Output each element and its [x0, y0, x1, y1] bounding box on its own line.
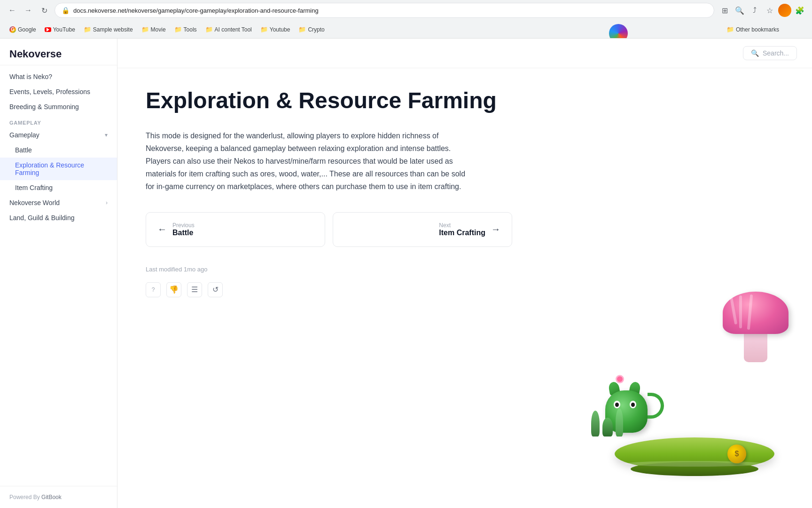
extensions-button[interactable]: ⊞	[718, 4, 731, 17]
platform-base: $	[615, 437, 774, 470]
bookmark-movie[interactable]: 📁 Movie	[138, 24, 170, 35]
firefox-icon[interactable]	[778, 4, 791, 17]
feedback-rating-btn[interactable]: ?	[146, 282, 161, 297]
bookmark-youtube-label: YouTube	[53, 26, 75, 33]
head-decoration	[617, 376, 623, 382]
mushroom	[723, 292, 789, 362]
chevron-right-icon: ›	[106, 199, 108, 206]
page-description: This mode is designed for the wanderlust…	[146, 129, 475, 193]
search-placeholder: Search...	[763, 49, 789, 57]
address-bar[interactable]: 🔒 docs.nekoverse.net/nekoverse/gameplay/…	[55, 3, 714, 18]
mushroom-cap	[723, 292, 789, 334]
bookmark-crypto-label: Crypto	[308, 26, 324, 33]
search-bar[interactable]: 🔍 Search...	[743, 46, 797, 60]
thumbs-down-button[interactable]: 👎	[166, 282, 181, 297]
main-layout: Nekoverse What is Neko? Events, Levels, …	[0, 39, 812, 508]
nav-card-next[interactable]: Next Item Crafting →	[333, 212, 512, 247]
bookmark-other-label: Other bookmarks	[736, 26, 779, 33]
browser-toolbar: ← → ↻ 🔒 docs.nekoverse.net/nekoverse/gam…	[0, 0, 812, 21]
grass-decoration	[591, 408, 623, 437]
mushroom-stem	[744, 334, 767, 362]
content-area[interactable]: 🔍 Search... Exploration & Resource Farmi…	[117, 39, 812, 325]
youtube-icon	[45, 27, 51, 32]
folder-icon-2: 📁	[141, 26, 149, 33]
search-icon: 🔍	[751, 49, 759, 57]
nav-next-title: Item Crafting	[439, 229, 485, 237]
bookmark-sample-label: Sample website	[93, 26, 133, 33]
refresh-feedback-button[interactable]: ↺	[208, 282, 223, 297]
bookmark-youtube2[interactable]: 📁 Youtube	[257, 24, 294, 35]
char-tail	[648, 393, 664, 419]
mushroom-stripe-1	[730, 296, 737, 325]
sidebar-item-events[interactable]: Events, Levels, Professions	[0, 84, 117, 99]
bookmark-ai-label: AI content Tool	[215, 26, 252, 33]
browser-actions: ⊞ 🔍 ⤴ ☆ 🧩	[718, 4, 806, 17]
bookmark-sample-website[interactable]: 📁 Sample website	[80, 24, 137, 35]
bookmark-google[interactable]: G Google	[6, 24, 40, 35]
sidebar-section-gameplay: GAMEPLAY	[0, 114, 117, 127]
sidebar-footer: Powered By GitBook	[0, 486, 117, 508]
page-title: Exploration & Resource Farming	[146, 87, 512, 114]
folder-icon-3: 📁	[174, 26, 182, 33]
sidebar-scroll[interactable]: What is Neko? Events, Levels, Profession…	[0, 65, 117, 486]
chevron-down-icon: ▾	[105, 132, 108, 138]
content-header: 🔍 Search...	[117, 39, 812, 68]
folder-icon-7: 📁	[726, 26, 734, 33]
sidebar: Nekoverse What is Neko? Events, Levels, …	[0, 39, 117, 508]
sidebar-item-item-crafting[interactable]: Item Crafting	[0, 180, 117, 195]
bookmark-youtube[interactable]: YouTube	[41, 24, 79, 35]
nav-cards: ← Previous Battle Next Item Crafting →	[146, 212, 512, 247]
arrow-right-icon: →	[491, 224, 500, 235]
extensions-manage-button[interactable]: 🧩	[793, 4, 806, 17]
bookmark-button[interactable]: ☆	[763, 4, 776, 17]
content-wrapper: 🔍 Search... Exploration & Resource Farmi…	[117, 39, 812, 508]
forward-button[interactable]: →	[22, 4, 35, 17]
sidebar-world-inner: Nekoverse World ›	[9, 199, 108, 206]
share-button[interactable]: ⤴	[748, 4, 761, 17]
char-eye-right	[630, 401, 636, 408]
powered-by-text: Powered By GitBook	[9, 494, 108, 500]
arrow-left-icon: ←	[157, 224, 167, 235]
nav-prev-label: Previous	[172, 222, 195, 229]
bookmark-crypto[interactable]: 📁 Crypto	[295, 24, 328, 35]
folder-icon: 📁	[84, 26, 91, 33]
bookmark-youtube2-label: Youtube	[270, 26, 290, 33]
url-text: docs.nekoverse.net/nekoverse/gameplay/co…	[73, 7, 319, 14]
folder-icon-4: 📁	[205, 26, 213, 33]
folder-icon-6: 📁	[298, 26, 306, 33]
browser-chrome: ← → ↻ 🔒 docs.nekoverse.net/nekoverse/gam…	[0, 0, 812, 39]
refresh-button[interactable]: ↻	[38, 4, 51, 17]
bookmark-google-label: Google	[18, 26, 36, 33]
lock-icon: 🔒	[62, 7, 70, 14]
char-pupil-left	[615, 403, 619, 407]
plant-2	[602, 418, 613, 437]
google-icon: G	[9, 26, 16, 33]
platform-ring	[624, 461, 765, 467]
sidebar-item-what-is-neko[interactable]: What is Neko?	[0, 69, 117, 84]
sidebar-item-battle[interactable]: Battle	[0, 143, 117, 158]
bookmark-movie-label: Movie	[151, 26, 166, 33]
bookmark-tools-label: Tools	[184, 26, 197, 33]
search-web-button[interactable]: 🔍	[733, 4, 746, 17]
mushroom-stripe-3	[747, 294, 753, 330]
nav-card-previous[interactable]: ← Previous Battle	[146, 212, 325, 247]
bookmark-other[interactable]: 📁 Other bookmarks	[723, 24, 783, 35]
sidebar-item-exploration[interactable]: Exploration & Resource Farming	[0, 158, 117, 180]
sidebar-item-guild-building[interactable]: Land, Guild & Building	[0, 210, 117, 225]
last-modified: Last modified 1mo ago	[146, 266, 512, 273]
plant-1	[591, 411, 600, 437]
back-button[interactable]: ←	[6, 4, 19, 17]
sidebar-item-breeding[interactable]: Breeding & Summoning	[0, 99, 117, 114]
plant-3	[616, 408, 623, 437]
nav-prev-title: Battle	[172, 229, 195, 237]
list-view-button[interactable]: ☰	[187, 282, 202, 297]
sidebar-item-nekoverse-world[interactable]: Nekoverse World ›	[0, 195, 117, 210]
gitbook-link[interactable]: GitBook	[41, 494, 62, 500]
gitbook-avatar[interactable]	[609, 24, 628, 39]
sidebar-item-gameplay[interactable]: Gameplay ▾	[0, 127, 117, 143]
bookmark-tools[interactable]: 📁 Tools	[171, 24, 201, 35]
nav-next-content: Next Item Crafting	[433, 222, 491, 237]
nav-prev-content: Previous Battle	[167, 222, 200, 237]
bookmark-ai-content[interactable]: 📁 AI content Tool	[202, 24, 256, 35]
bookmarks-bar: G Google YouTube 📁 Sample website 📁 Movi…	[0, 21, 812, 39]
